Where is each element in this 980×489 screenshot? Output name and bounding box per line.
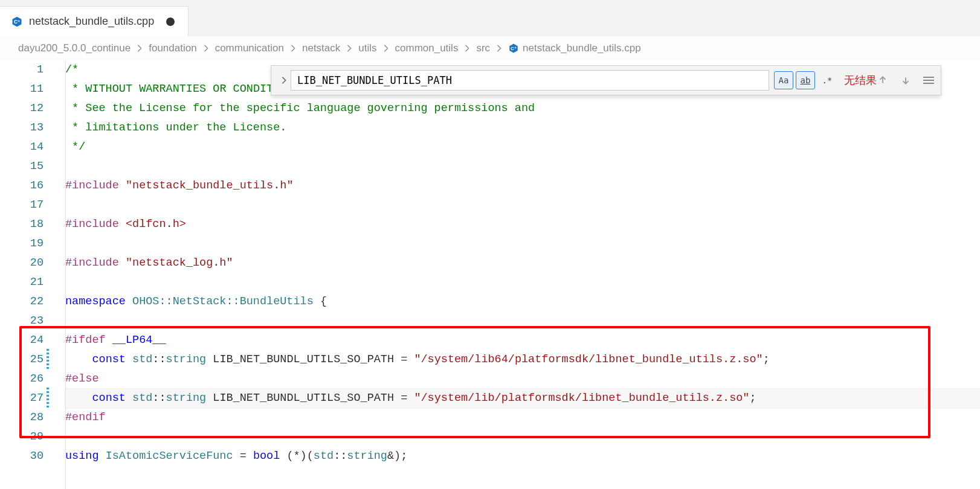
line-number: 16 (0, 176, 44, 196)
breadcrumb-segment[interactable]: dayu200_5.0.0_continue (18, 42, 131, 54)
chevron-right-icon (382, 44, 390, 53)
code-text: */ (65, 141, 85, 153)
code-text: "netstack_log.h" (126, 257, 233, 269)
expand-replace-toggle[interactable] (277, 76, 291, 85)
code-text: &); (387, 450, 407, 462)
line-number: 17 (0, 196, 44, 215)
code-text: * See the License for the specific langu… (65, 102, 535, 115)
svg-text:C⁺: C⁺ (14, 19, 20, 25)
code-text: using (65, 450, 99, 462)
cpp-icon: C⁺ (11, 16, 23, 28)
code-text: WITHOUT (85, 83, 132, 95)
code-text: ; (763, 353, 770, 366)
breadcrumb: dayu200_5.0.0_continue foundation commun… (0, 36, 980, 60)
code-text: ; (749, 392, 756, 404)
cpp-icon: C⁺ (508, 43, 519, 54)
match-case-toggle[interactable]: Aa (774, 71, 793, 89)
match-word-label: ab (801, 75, 811, 85)
tab-bar: C⁺ netstack_bundle_utils.cpp (0, 0, 980, 36)
chevron-right-icon (289, 44, 297, 53)
code-text: OHOS::NetStack::BundleUtils (126, 295, 320, 308)
code-area[interactable]: /* * WITHOUT WARRANTIES OR CONDITIONS OF… (57, 60, 980, 489)
find-menu-button[interactable] (923, 74, 935, 86)
glyph-margin (45, 60, 51, 489)
regex-label: .* (822, 75, 833, 85)
code-text: * limitations under the License. (65, 121, 286, 134)
line-number: 25 (0, 350, 44, 369)
line-number: 19 (0, 234, 44, 254)
find-prev-button[interactable] (877, 74, 889, 86)
line-number: 22 (0, 292, 44, 312)
code-text: "/system/lib/platformsdk/libnet_bundle_u… (414, 392, 749, 404)
code-text: LIB_NET_BUNDL_UTILS_SO_PATH (213, 392, 394, 404)
tab-filename: netstack_bundle_utils.cpp (29, 15, 154, 28)
breadcrumb-segment[interactable]: communication (215, 42, 284, 54)
line-number: 14 (0, 138, 44, 157)
find-input[interactable] (296, 74, 764, 87)
code-text: (*)( (280, 450, 314, 462)
code-text: :: (152, 353, 166, 366)
find-nav (877, 74, 935, 86)
breadcrumb-segment[interactable]: netstack (302, 42, 340, 54)
code-text: /* (65, 63, 79, 76)
code-text: = (233, 450, 253, 462)
chevron-right-icon (495, 44, 503, 53)
code-text: __LP64__ (112, 334, 166, 347)
code-text: #ifdef (65, 334, 106, 347)
code-text: LIB_NET_BUNDL_UTILS_SO_PATH (213, 353, 394, 366)
code-text: #include (65, 218, 119, 231)
line-number: 15 (0, 157, 44, 176)
tab-active[interactable]: C⁺ netstack_bundle_utils.cpp (0, 6, 189, 36)
code-text: namespace (65, 295, 126, 308)
find-result-count: 无结果 (844, 73, 877, 88)
code-text: "/system/lib64/platformsdk/libnet_bundle… (414, 353, 762, 366)
code-text: :: (334, 450, 347, 462)
chevron-right-icon (463, 44, 471, 53)
line-number: 11 (0, 80, 44, 99)
line-number: 26 (0, 369, 44, 389)
line-number: 24 (0, 331, 44, 350)
code-text: string (166, 392, 207, 404)
code-text: WARRANTIES (139, 83, 206, 95)
use-regex-toggle[interactable]: .* (817, 71, 837, 89)
breadcrumb-segment[interactable]: foundation (149, 42, 196, 54)
code-text: OR (213, 83, 226, 95)
code-text: string (347, 450, 387, 462)
code-text: std (132, 392, 152, 404)
svg-text:C⁺: C⁺ (511, 46, 516, 51)
line-number: 1 (0, 60, 44, 80)
breadcrumb-segment[interactable]: common_utils (395, 42, 459, 54)
code-text: "netstack_bundle_utils.h" (126, 179, 294, 192)
code-text: bool (253, 450, 280, 462)
code-text: std (314, 450, 334, 462)
code-text (132, 83, 139, 95)
find-input-wrapper (291, 70, 769, 91)
line-number: 30 (0, 447, 44, 466)
code-text: string (166, 353, 207, 366)
find-next-button[interactable] (900, 74, 912, 86)
find-options: Aa ab .* (774, 71, 837, 89)
match-whole-word-toggle[interactable]: ab (796, 71, 815, 89)
editor[interactable]: 1 11 12 13 14 15 16 17 18 19 20 21 22 23… (0, 60, 980, 489)
code-text: = (394, 392, 414, 404)
breadcrumb-file-label: netstack_bundle_utils.cpp (523, 42, 641, 54)
line-number: 13 (0, 118, 44, 138)
line-number: 12 (0, 99, 44, 118)
chevron-right-icon (345, 44, 353, 53)
breadcrumb-file[interactable]: C⁺ netstack_bundle_utils.cpp (508, 42, 641, 54)
modified-marker-icon (47, 349, 49, 369)
line-number: 23 (0, 312, 44, 331)
breadcrumb-segment[interactable]: src (476, 42, 490, 54)
unsaved-dot-icon (166, 18, 175, 26)
breadcrumb-segment[interactable]: utils (358, 42, 376, 54)
match-case-label: Aa (779, 75, 789, 85)
code-text: = (394, 353, 414, 366)
find-widget: Aa ab .* 无结果 (271, 65, 941, 95)
code-text: #endif (65, 411, 106, 424)
code-text: <dlfcn.h> (126, 218, 186, 231)
code-text: const (92, 353, 126, 366)
code-text: const (92, 392, 126, 404)
code-text: std (132, 353, 152, 366)
chevron-right-icon (135, 44, 144, 53)
code-text: { (320, 295, 327, 308)
